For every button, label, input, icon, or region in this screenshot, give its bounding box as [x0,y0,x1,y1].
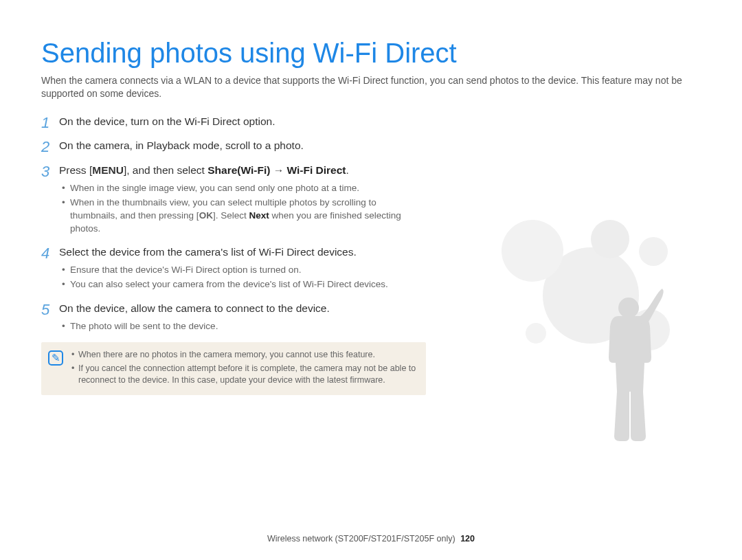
step-3-sub-1: When in the single image view, you can s… [59,182,426,195]
step-3-sublist: When in the single image view, you can s… [59,182,426,236]
manual-page: Sending photos using Wi-Fi Direct When t… [0,0,742,560]
step-1: On the device, turn on the Wi-Fi Direct … [41,114,426,129]
step-5-text: On the device, allow the camera to conne… [59,302,330,314]
step-4: Select the device from the camera's list… [41,245,426,291]
steps-list: On the device, turn on the Wi-Fi Direct … [41,114,426,333]
bubble-icon [502,220,563,282]
bubble-icon [591,220,629,258]
step-4-sub-2: You can also select your camera from the… [59,278,426,291]
page-footer: Wireless network (ST200F/ST201F/ST205F o… [0,534,742,544]
page-number: 120 [460,534,475,544]
wifi-direct-label: Wi-Fi Direct [287,164,346,176]
svg-point-0 [618,298,639,318]
ok-button-label: OK [199,210,213,223]
next-label: Next [249,210,269,221]
step-2-text: On the camera, in Playback mode, scroll … [59,139,304,151]
step-3: Press [MENU], and then select Share(Wi-F… [41,163,426,235]
step-4-text: Select the device from the camera's list… [59,246,357,258]
note-box: ✎ When there are no photos in the camera… [41,342,426,395]
step-4-sublist: Ensure that the device's Wi-Fi Direct op… [59,264,426,291]
menu-button-label: MENU [92,163,124,178]
step-2: On the camera, in Playback mode, scroll … [41,138,426,153]
page-title: Sending photos using Wi-Fi Direct [41,38,701,69]
note-1: When there are no photos in the camera m… [70,349,416,361]
footer-text: Wireless network (ST200F/ST201F/ST205F o… [267,534,456,544]
person-silhouette-icon [591,289,666,447]
note-2: If you cancel the connection attempt bef… [70,363,416,387]
step-4-sub-1: Ensure that the device's Wi-Fi Direct op… [59,264,426,277]
bubble-icon [639,237,668,266]
step-5-sublist: The photo will be sent to the device. [59,320,426,333]
step-5: On the device, allow the camera to conne… [41,301,426,333]
step-1-text: On the device, turn on the Wi-Fi Direct … [59,115,275,127]
share-wifi-label: Share(Wi-Fi) [207,164,270,176]
step-5-sub-1: The photo will be sent to the device. [59,320,426,333]
intro-text: When the camera connects via a WLAN to a… [41,74,701,100]
note-icon: ✎ [48,350,63,366]
step-3-text: Press [MENU], and then select Share(Wi-F… [59,164,349,176]
step-3-sub-2: When in the thumbnails view, you can sel… [59,197,426,236]
steps-column: On the device, turn on the Wi-Fi Direct … [41,114,426,395]
bubble-icon [526,323,546,344]
decorative-illustration [502,220,708,453]
note-list: When there are no photos in the camera m… [70,349,416,388]
